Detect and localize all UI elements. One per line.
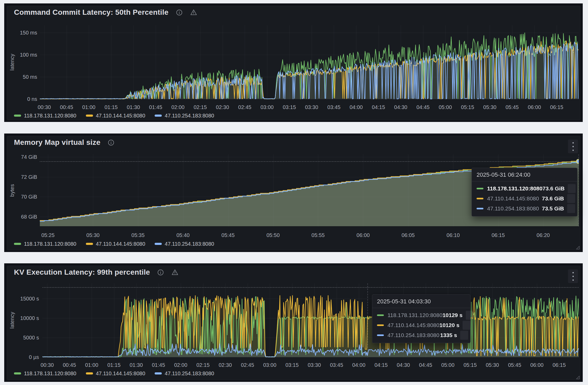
x-tick: 04:15 xyxy=(374,362,388,368)
tooltip-series-swatch xyxy=(477,188,483,189)
panel-commit-latency: Command Commit Latency: 50th Percentile … xyxy=(4,3,583,122)
x-tick: 06:00 xyxy=(530,362,543,368)
x-tick: 06:15 xyxy=(492,232,505,238)
x-tick: 00:45 xyxy=(60,104,73,110)
tooltip-row: 47.110.144.145:808073.6 GiB xyxy=(472,194,575,204)
x-tick: 04:45 xyxy=(416,104,430,110)
panel-title[interactable]: Memory Map virtual size xyxy=(14,138,100,147)
x-tick: 03:45 xyxy=(330,362,343,368)
tooltip-row: 47.110.254.183:808073.5 GiB xyxy=(472,204,575,214)
legend-series-label: 118.178.131.120:8080 xyxy=(24,113,76,119)
panel-title[interactable]: KV Execution Latency: 99th percentile xyxy=(14,268,150,277)
x-tick: 02:30 xyxy=(219,362,232,368)
panel-menu-kebab-icon[interactable] xyxy=(568,269,578,283)
tooltip-value-box xyxy=(460,331,468,340)
x-tick: 05:00 xyxy=(439,104,452,110)
tooltip-series-name: 47.110.144.145:8080 xyxy=(487,195,539,202)
legend-series-swatch xyxy=(86,115,93,117)
legend-item[interactable]: 118.178.131.120:8080 xyxy=(14,113,76,119)
plot-canvas[interactable] xyxy=(42,283,579,357)
x-tick: 05:25 xyxy=(41,232,55,238)
x-tick: 06:10 xyxy=(447,232,460,238)
x-tick: 03:00 xyxy=(263,362,276,368)
y-tick: 15000 s xyxy=(0,296,39,302)
x-tick: 05:45 xyxy=(222,232,235,238)
tooltip-series-value: 1335 s xyxy=(440,332,457,338)
x-tick: 05:30 xyxy=(483,104,496,110)
x-tick: 01:45 xyxy=(149,104,162,110)
resize-handle[interactable] xyxy=(576,246,580,249)
info-icon[interactable] xyxy=(107,139,115,146)
legend: 118.178.131.120:808047.110.144.145:80804… xyxy=(14,112,214,120)
x-tick: 01:15 xyxy=(107,362,120,368)
legend-item[interactable]: 118.178.131.120:8080 xyxy=(14,241,76,247)
x-tick: 02:15 xyxy=(196,362,209,368)
info-icon[interactable] xyxy=(176,9,183,16)
y-tick: 0 ns xyxy=(0,96,37,102)
x-tick: 01:00 xyxy=(85,362,98,368)
y-tick: 74 GiB xyxy=(0,154,37,160)
tooltip-series-value: 73.5 GiB xyxy=(542,205,564,212)
legend-item[interactable]: 47.110.144.145:8080 xyxy=(86,371,145,377)
plot-canvas[interactable] xyxy=(40,25,579,99)
legend-series-label: 47.110.254.183:8080 xyxy=(165,241,214,247)
x-tick: 06:15 xyxy=(552,362,566,368)
tooltip-rows: 118.178.131.120:808010129 s47.110.144.14… xyxy=(372,308,470,343)
x-tick: 02:45 xyxy=(241,362,254,368)
legend-series-swatch xyxy=(155,243,162,245)
panel-title[interactable]: Command Commit Latency: 50th Percentile xyxy=(14,8,169,17)
x-tick: 06:00 xyxy=(528,104,541,110)
x-tick: 01:45 xyxy=(152,362,165,368)
x-tick: 05:00 xyxy=(441,362,454,368)
x-tick: 05:35 xyxy=(131,232,145,238)
x-tick: 04:00 xyxy=(350,104,363,110)
grafana-dashboard: Command Commit Latency: 50th Percentile … xyxy=(0,0,588,385)
legend-item[interactable]: 47.110.254.183:8080 xyxy=(155,371,214,377)
x-tick: 06:00 xyxy=(356,232,370,238)
tooltip-value-box xyxy=(567,194,575,203)
tooltip-series-swatch xyxy=(377,334,384,336)
x-tick: 01:00 xyxy=(82,104,95,110)
y-tick: 10000 s xyxy=(0,315,39,321)
x-tick: 03:00 xyxy=(261,104,274,110)
y-tick: 5000 s xyxy=(0,335,39,341)
warning-icon[interactable] xyxy=(190,9,197,16)
x-tick: 05:40 xyxy=(177,232,190,238)
chart-area-kv-latency: 00:3000:4501:0001:1501:3001:4502:0002:15… xyxy=(7,266,580,380)
info-icon[interactable] xyxy=(157,269,164,276)
legend-item[interactable]: 118.178.131.120:8080 xyxy=(14,371,76,377)
x-tick: 04:00 xyxy=(352,362,365,368)
tooltip-series-swatch xyxy=(477,208,483,209)
y-axis-unit-label: latency xyxy=(9,54,15,70)
panel-header: Memory Map virtual size xyxy=(7,136,580,149)
y-tick: 72 GiB xyxy=(0,174,37,180)
x-tick: 05:30 xyxy=(486,362,499,368)
legend-item[interactable]: 47.110.254.183:8080 xyxy=(155,113,214,119)
x-tick: 05:30 xyxy=(86,232,100,238)
legend-series-label: 47.110.144.145:8080 xyxy=(96,113,145,119)
tooltip-row: 47.110.254.183:80801335 s xyxy=(372,330,468,340)
tooltip-series-value: 73.6 GiB xyxy=(542,185,565,192)
legend-series-label: 47.110.254.183:8080 xyxy=(165,113,214,119)
legend-item[interactable]: 47.110.254.183:8080 xyxy=(155,241,214,247)
resize-handle[interactable] xyxy=(576,376,580,379)
x-tick: 04:30 xyxy=(394,104,407,110)
x-tick: 05:55 xyxy=(311,232,325,238)
legend-item[interactable]: 47.110.144.145:8080 xyxy=(86,241,145,247)
legend-series-label: 118.178.131.120:8080 xyxy=(24,241,76,247)
tooltip-row: 118.178.131.120:808010129 s xyxy=(372,310,468,320)
legend-item[interactable]: 47.110.144.145:8080 xyxy=(86,113,145,119)
x-tick: 04:30 xyxy=(397,362,410,368)
x-tick: 05:15 xyxy=(463,362,477,368)
panel-menu-kebab-icon[interactable] xyxy=(568,140,578,153)
x-tick: 02:00 xyxy=(171,104,184,110)
tooltip-series-swatch xyxy=(477,198,483,199)
x-tick: 01:30 xyxy=(130,362,143,368)
warning-icon[interactable] xyxy=(171,269,179,276)
y-tick: 50 ms xyxy=(0,74,37,80)
y-tick: 100 ms xyxy=(0,52,37,58)
x-tick: 00:30 xyxy=(41,362,54,368)
panel-header: KV Execution Latency: 99th percentile xyxy=(7,266,580,279)
y-tick: 70 GiB xyxy=(0,194,37,200)
legend-series-label: 118.178.131.120:8080 xyxy=(24,371,76,377)
